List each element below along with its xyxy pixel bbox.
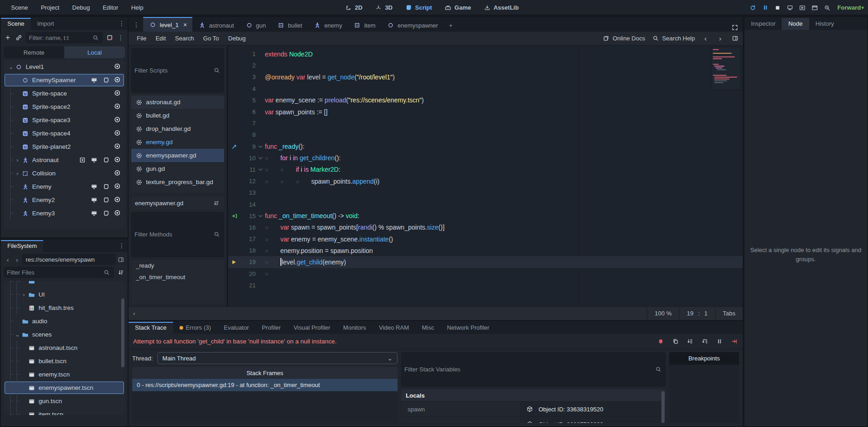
file-tree-row[interactable]: item.tscn [4, 408, 125, 415]
thread-dropdown[interactable]: Main Thread ⌄ [157, 352, 398, 364]
scene-filter-input[interactable]: Filter: name, t:t [26, 32, 103, 43]
workspace-game[interactable]: Game [439, 2, 476, 14]
script-menu-go-to[interactable]: Go To [199, 33, 224, 44]
file-tree-row[interactable]: bullet.tscn [4, 354, 125, 368]
scene-tree-row[interactable]: Sprite-space [4, 87, 125, 100]
copy-error-icon[interactable] [671, 337, 679, 346]
local-button[interactable]: Local [64, 46, 125, 58]
visibility-toggle[interactable] [113, 196, 121, 205]
debugger-tab-evaluator[interactable]: Evaluator [218, 322, 256, 334]
add-node-button[interactable]: + [4, 34, 12, 42]
scene-tab-bullet[interactable]: bullet [271, 19, 308, 32]
step-into-icon[interactable] [686, 337, 694, 346]
tab-scene[interactable]: Scene [1, 18, 31, 30]
debugger-tab-misc[interactable]: Misc [415, 322, 441, 334]
file-tree-row[interactable]: ›UI [4, 288, 125, 301]
script-forward-icon[interactable]: › [716, 34, 724, 43]
scene-tree-row[interactable]: Enemy3 [4, 207, 125, 220]
profiler-icon[interactable] [823, 4, 831, 12]
code-line[interactable]: 19»level.get_child(enemy) [228, 256, 743, 268]
scene-tree-row[interactable]: EnemySpawner [4, 73, 125, 87]
scene-tree-row[interactable]: Enemy [4, 180, 125, 193]
code-line[interactable]: 20» [228, 268, 743, 280]
editor-layout-menu[interactable]: ⋮ [132, 21, 140, 29]
filter-scripts-input[interactable]: Filter Scripts [131, 48, 224, 93]
method-sort-icon[interactable] [212, 199, 220, 207]
close-icon[interactable]: × [183, 21, 187, 28]
scene-tree-row[interactable]: Enemy2 [4, 193, 125, 207]
script-menu-edit[interactable]: Edit [151, 33, 170, 44]
method-item[interactable]: _on_timer_timeout [131, 271, 224, 283]
code-line[interactable]: 16»var spawn = spawn_points[randi() % sp… [228, 222, 743, 233]
visibility-toggle[interactable] [113, 182, 121, 191]
collapse-icon[interactable]: ⌄ [14, 331, 21, 338]
visibility-toggle[interactable] [113, 156, 121, 165]
menu-project[interactable]: Project [35, 2, 65, 13]
play-movie-icon[interactable] [798, 4, 806, 12]
script-badge-icon[interactable] [102, 196, 110, 204]
code-line[interactable]: 21 [228, 280, 743, 291]
script-item[interactable]: enemy.gd [131, 135, 224, 149]
file-tree-row[interactable] [4, 281, 125, 288]
workspace-2d[interactable]: 2D [340, 2, 367, 14]
instance-scene-button[interactable] [15, 34, 23, 42]
rect-badge-icon[interactable] [78, 156, 86, 164]
visibility-toggle[interactable] [113, 209, 121, 218]
variables-scrollbar[interactable] [661, 391, 665, 423]
workspace-3d[interactable]: 3D [370, 2, 398, 14]
filesystem-scrollbar[interactable] [121, 298, 124, 367]
skip-breakpoints-icon[interactable] [656, 337, 665, 346]
scene-tree-row[interactable]: Sprite-space3 [4, 113, 125, 127]
pause-icon[interactable] [761, 4, 769, 12]
tab-import[interactable]: Import [31, 18, 61, 30]
movie-maker-icon[interactable] [811, 4, 819, 12]
fold-caret-icon[interactable] [256, 167, 265, 172]
scene-tab-level_1[interactable]: level_1× [143, 17, 192, 32]
scene-tab-item[interactable]: item [347, 19, 381, 32]
script-back-icon[interactable]: ‹ [701, 34, 710, 43]
file-tree-row[interactable]: ⌄scenes [4, 328, 125, 341]
visibility-toggle[interactable] [113, 62, 121, 72]
code-line[interactable]: 18»enemy.position = spawn.position [228, 245, 743, 256]
code-line[interactable]: 7 [228, 118, 743, 129]
scene-tree-menu-button[interactable]: ⋮ [117, 34, 125, 42]
file-tree-row[interactable]: enemy.tscn [4, 368, 125, 381]
stack-frame-row[interactable]: 0 - res://scripts/enemyspawner.gd:19 - a… [132, 379, 398, 391]
remote-button[interactable]: Remote [4, 46, 64, 58]
movie-badge-icon[interactable] [90, 76, 98, 84]
scene-tab-gun[interactable]: gun [240, 19, 272, 32]
menu-scene[interactable]: Scene [6, 2, 34, 13]
step-over-icon[interactable] [700, 337, 709, 346]
script-menu-debug[interactable]: Debug [224, 33, 250, 44]
code-line[interactable]: 13 [228, 187, 743, 198]
indent-mode[interactable]: Tabs [715, 307, 743, 320]
variable-row[interactable]: spawnObject ID: 33638319520 [401, 402, 666, 417]
expand-icon[interactable]: › [14, 170, 21, 177]
expand-icon[interactable]: › [14, 157, 21, 163]
new-tab-button[interactable]: + [443, 19, 458, 32]
debugger-tab-video-ram[interactable]: Video RAM [372, 322, 415, 334]
current-path[interactable]: res://scenes/enemyspawn [22, 254, 116, 265]
debugger-tab-network-profiler[interactable]: Network Profiler [441, 322, 496, 334]
code-line[interactable]: 10»for i in get_children(): [228, 152, 743, 164]
movie-badge-icon[interactable] [90, 196, 98, 204]
visibility-toggle[interactable] [113, 89, 121, 98]
variable-value[interactable]: Object ID: 36087792992 [520, 417, 666, 423]
distraction-free-icon[interactable] [731, 23, 739, 32]
debugger-tab-profiler[interactable]: Profiler [255, 322, 287, 334]
debugger-tab-visual-profiler[interactable]: Visual Profiler [287, 322, 337, 334]
scene-tree-row[interactable]: ⌄Level1 [4, 60, 125, 73]
script-menu-search[interactable]: Search [170, 33, 198, 44]
tab-history[interactable]: History [809, 18, 840, 30]
visibility-toggle[interactable] [113, 169, 121, 178]
script-badge-icon[interactable] [102, 209, 110, 218]
code-line[interactable]: 6var spawn_points := [] [228, 106, 743, 118]
filter-files-input[interactable]: Filter Files [4, 267, 114, 278]
code-line[interactable]: 5var enemy_scene := preload("res://scene… [228, 95, 743, 106]
script-badge-icon[interactable] [102, 156, 110, 164]
code-line[interactable]: 9func _ready(): [228, 141, 743, 152]
scene-tree-row[interactable]: ›Astronaut [4, 153, 125, 167]
code-line[interactable]: 17»var enemy = enemy_scene.instantiate() [228, 233, 743, 245]
file-tree-row[interactable]: audio [4, 315, 125, 328]
expand-icon[interactable]: › [20, 291, 28, 298]
